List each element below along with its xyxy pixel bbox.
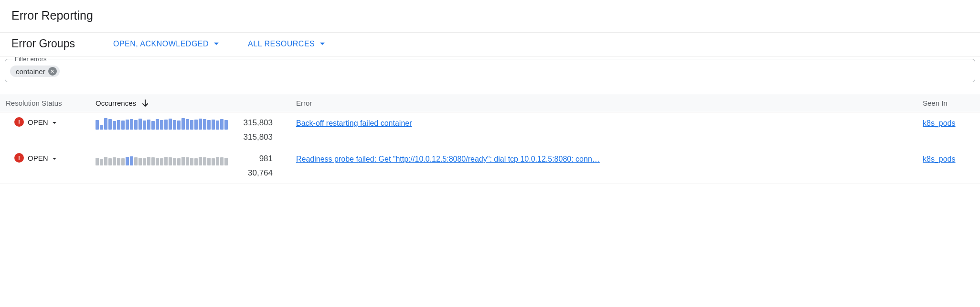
filter-chip[interactable]: container ✕	[10, 66, 60, 77]
col-occurrences[interactable]: Occurrences	[96, 99, 149, 107]
status-label: OPEN	[28, 154, 48, 162]
filter-chip-label: container	[16, 67, 45, 76]
filter-bar[interactable]: Filter errors container ✕	[5, 55, 975, 82]
error-link[interactable]: Readiness probe failed: Get "http://10.0…	[296, 153, 600, 164]
caret-down-icon	[52, 154, 57, 162]
page-title: Error Reporting	[11, 9, 969, 22]
caret-down-icon	[52, 118, 57, 126]
table-row: !OPEN315,803315,803Back-off restarting f…	[0, 112, 980, 148]
resource-filter-dropdown[interactable]: ALL RESOURCES	[248, 40, 325, 48]
status-dropdown[interactable]: !OPEN	[6, 117, 96, 127]
occurrence-count: 981	[234, 154, 273, 164]
col-seen-in[interactable]: Seen In	[923, 99, 980, 107]
caret-down-icon	[213, 42, 219, 46]
page-header: Error Reporting	[0, 0, 980, 33]
resource-filter-label: ALL RESOURCES	[248, 40, 315, 48]
occurrence-count: 315,803	[234, 118, 273, 128]
sparkline	[96, 153, 228, 165]
table-header: Resolution Status Occurrences Error Seen…	[0, 94, 980, 112]
status-filter-label: OPEN, ACKNOWLEDGED	[113, 40, 209, 48]
filter-legend: Filter errors	[13, 55, 48, 63]
arrow-down-icon	[142, 99, 149, 107]
error-link[interactable]: Back-off restarting failed container	[296, 117, 412, 128]
occurrence-subcount: 30,764	[234, 168, 273, 178]
col-status[interactable]: Resolution Status	[0, 99, 96, 107]
status-filter-dropdown[interactable]: OPEN, ACKNOWLEDGED	[113, 40, 219, 48]
error-icon: !	[14, 117, 24, 127]
col-error[interactable]: Error	[287, 99, 923, 107]
status-dropdown[interactable]: !OPEN	[6, 153, 96, 163]
seen-in-link[interactable]: k8s_pods	[923, 117, 956, 128]
subheader: Error Groups OPEN, ACKNOWLEDGED ALL RESO…	[0, 33, 980, 56]
section-title: Error Groups	[11, 37, 75, 50]
occurrence-subcount: 315,803	[234, 132, 273, 142]
caret-down-icon	[320, 42, 325, 46]
table-row: !OPEN98130,764Readiness probe failed: Ge…	[0, 148, 980, 184]
close-icon[interactable]: ✕	[48, 67, 57, 76]
errors-table: Resolution Status Occurrences Error Seen…	[0, 94, 980, 184]
error-icon: !	[14, 153, 24, 163]
sparkline	[96, 117, 228, 130]
status-label: OPEN	[28, 118, 48, 126]
seen-in-link[interactable]: k8s_pods	[923, 153, 956, 164]
